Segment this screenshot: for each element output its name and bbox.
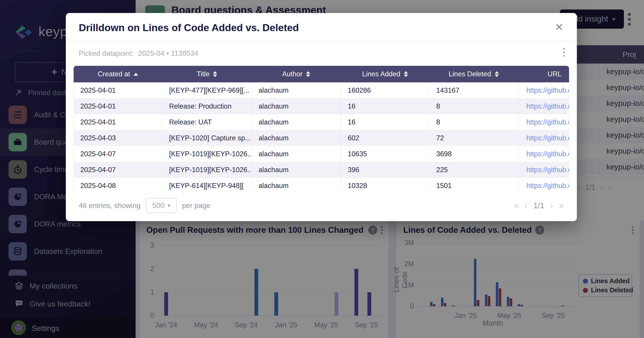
lines-added-cell: 16 — [341, 114, 430, 130]
url-link[interactable]: https://github.c — [518, 114, 569, 130]
author-cell: alachaum — [252, 114, 341, 130]
lines-deleted-cell: 143167 — [430, 82, 518, 98]
picked-datapoint: Picked datapoint: 2025-04 • 1138534 — [79, 49, 198, 58]
column-label: Created at — [98, 70, 130, 78]
url-link[interactable]: https://github.c — [518, 82, 569, 98]
created-at-cell: 2025-04-01 — [74, 82, 162, 98]
lines-deleted-cell: 72 — [430, 130, 518, 146]
column-label: Lines Added — [362, 70, 400, 78]
lines-added-cell: 396 — [341, 162, 430, 178]
url-link[interactable]: https://github.c — [518, 162, 569, 178]
sort-asc-icon — [134, 73, 138, 76]
author-cell: alachaum — [252, 146, 341, 162]
last-page-icon[interactable]: » — [559, 200, 564, 211]
sort-icon — [404, 71, 408, 77]
close-icon[interactable]: ✕ — [555, 22, 564, 32]
column-header-author[interactable]: Author — [252, 66, 341, 82]
title-cell: Release: Production — [162, 98, 252, 114]
lines-deleted-cell: 8 — [430, 98, 518, 114]
app-root: keypup + New d Pinned dashbo Audit & Com… — [0, 0, 644, 338]
column-label: Lines Deleted — [449, 70, 491, 78]
page-size-value: 500 — [152, 201, 164, 210]
column-header-url[interactable]: URL — [518, 66, 569, 82]
table-row[interactable]: 2025-04-07[KEYP-1019][KEYP-1026...alacha… — [74, 146, 569, 162]
created-at-cell: 2025-04-07 — [74, 162, 162, 178]
column-header-title[interactable]: Title — [162, 66, 252, 82]
url-link[interactable]: https://github.c — [518, 98, 569, 114]
created-at-cell: 2025-04-01 — [74, 114, 162, 130]
column-label: Title — [197, 70, 210, 78]
modal-kebab-menu[interactable] — [563, 48, 565, 57]
modal-pagination: « ‹ 1/1 › » — [514, 200, 564, 211]
lines-added-cell: 602 — [341, 130, 430, 146]
author-cell: alachaum — [252, 130, 341, 146]
table-header-row: Created atTitleAuthorLines AddedLines De… — [74, 66, 569, 82]
column-label: URL — [548, 70, 562, 78]
column-header-lines-deleted[interactable]: Lines Deleted — [430, 66, 518, 82]
table-row[interactable]: 2025-04-01[KEYP-477][KEYP-969][...alacha… — [74, 82, 569, 98]
lines-added-cell: 16 — [341, 98, 430, 114]
title-cell: [KEYP-1019][KEYP-1026... — [162, 162, 252, 178]
lines-deleted-cell: 225 — [430, 162, 518, 178]
divider — [66, 40, 577, 41]
title-cell: [KEYP-614][KEYP-948][ — [162, 178, 252, 190]
column-header-created-at[interactable]: Created at — [74, 66, 162, 82]
column-label: Author — [282, 70, 302, 78]
chevron-down-icon: ▾ — [168, 202, 170, 208]
lines-added-cell: 10328 — [341, 178, 430, 190]
author-cell: alachaum — [252, 98, 341, 114]
created-at-cell: 2025-04-08 — [74, 178, 162, 190]
picked-datapoint-value: 2025-04 • 1138534 — [138, 49, 198, 58]
created-at-cell: 2025-04-07 — [74, 146, 162, 162]
lines-added-cell: 160286 — [341, 82, 430, 98]
table-footer: 46 entries, showing 500 ▾ per page « ‹ 1… — [66, 197, 577, 214]
entries-count-text: 46 entries, showing — [79, 202, 140, 210]
table-row[interactable]: 2025-04-01Release: UATalachaum168https:/… — [74, 114, 569, 130]
author-cell: alachaum — [252, 162, 341, 178]
column-header-lines-added[interactable]: Lines Added — [341, 66, 430, 82]
lines-added-cell: 10635 — [341, 146, 430, 162]
table-row[interactable]: 2025-04-01Release: Productionalachaum168… — [74, 98, 569, 114]
author-cell: alachaum — [252, 82, 341, 98]
table-row[interactable]: 2025-04-08[KEYP-614][KEYP-948][alachaum1… — [74, 178, 569, 190]
title-cell: Release: UAT — [162, 114, 252, 130]
table-row[interactable]: 2025-04-07[KEYP-1019][KEYP-1026...alacha… — [74, 162, 569, 178]
table-body: 2025-04-01[KEYP-477][KEYP-969][...alacha… — [74, 82, 569, 190]
picked-datapoint-label: Picked datapoint: — [79, 49, 134, 58]
lines-deleted-cell: 1501 — [430, 178, 518, 190]
sort-icon — [306, 71, 310, 77]
drilldown-table: Created atTitleAuthorLines AddedLines De… — [74, 66, 569, 190]
lines-deleted-cell: 3698 — [430, 146, 518, 162]
page-indicator: 1/1 — [534, 201, 544, 210]
per-page-text: per page — [182, 202, 210, 210]
title-cell: [KEYP-1020] Capture sp... — [162, 130, 252, 146]
sort-icon — [495, 71, 499, 77]
title-cell: [KEYP-1019][KEYP-1026... — [162, 146, 252, 162]
modal-title: Drilldown on Lines of Code Added vs. Del… — [79, 22, 299, 34]
drilldown-modal: Drilldown on Lines of Code Added vs. Del… — [66, 13, 577, 221]
url-link[interactable]: https://github.c — [518, 146, 569, 162]
author-cell: alachaum — [252, 178, 341, 190]
sort-icon — [213, 71, 217, 77]
created-at-cell: 2025-04-01 — [74, 98, 162, 114]
next-page-icon[interactable]: › — [550, 200, 553, 211]
table-row[interactable]: 2025-04-03[KEYP-1020] Capture sp...alach… — [74, 130, 569, 146]
title-cell: [KEYP-477][KEYP-969][... — [162, 82, 252, 98]
created-at-cell: 2025-04-03 — [74, 130, 162, 146]
first-page-icon[interactable]: « — [514, 200, 519, 211]
url-link[interactable]: https://github.c — [518, 178, 569, 190]
url-link[interactable]: https://github.c — [518, 130, 569, 146]
lines-deleted-cell: 8 — [430, 114, 518, 130]
prev-page-icon[interactable]: ‹ — [524, 200, 528, 211]
page-size-select[interactable]: 500 ▾ — [146, 198, 177, 213]
